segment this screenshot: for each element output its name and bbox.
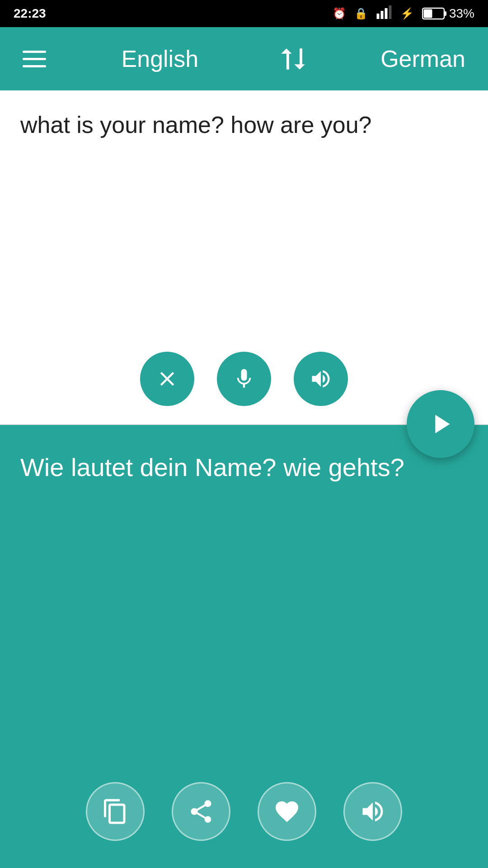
copy-translation-button[interactable] [86,782,145,841]
speak-translation-button[interactable] [343,782,402,841]
source-language-selector[interactable]: English [122,45,199,72]
target-language-selector[interactable]: German [380,45,465,72]
translate-fab-container [407,390,474,458]
share-translation-button[interactable] [172,782,230,841]
menu-button[interactable] [23,51,46,67]
input-action-bar [20,352,468,410]
svg-rect-1 [380,11,383,19]
clear-text-button[interactable] [140,352,194,406]
output-action-bar [20,773,468,850]
swap-languages-button[interactable] [270,43,309,75]
battery-indicator: 33% [422,6,474,21]
speak-input-button[interactable] [294,352,348,406]
input-section: what is your name? how are you? [0,90,488,425]
alarm-icon: ⏰ [333,7,346,20]
svg-rect-2 [385,8,387,19]
microphone-button[interactable] [217,352,271,406]
app-bar: English German [0,27,488,90]
signal-icon [376,4,392,23]
status-icons: ⏰ 🔒 ⚡ 33% [333,4,474,23]
status-time: 22:23 [14,6,46,21]
battery-percent: 33% [449,6,474,21]
favorite-translation-button[interactable] [258,782,316,841]
svg-rect-3 [389,5,391,19]
svg-rect-6 [444,11,446,16]
sim-icon: 🔒 [354,7,368,20]
charging-icon: ⚡ [400,7,414,20]
svg-rect-5 [423,9,432,18]
status-bar: 22:23 ⏰ 🔒 ⚡ 33% [0,0,488,27]
translated-text: Wie lautet dein Name? wie gehts? [20,450,468,773]
svg-rect-0 [376,14,379,19]
translate-button[interactable] [407,390,474,458]
output-section: Wie lautet dein Name? wie gehts? [0,425,488,868]
input-wrapper: what is your name? how are you? [20,108,468,343]
source-text-input[interactable]: what is your name? how are you? [20,108,468,343]
